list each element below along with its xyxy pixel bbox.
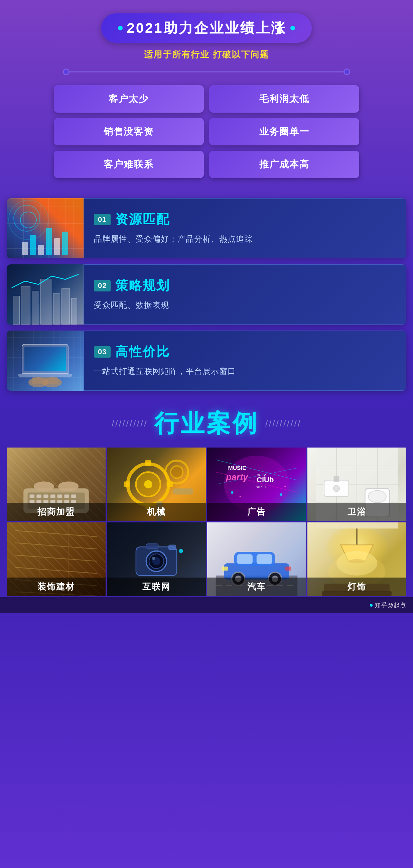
svg-text:party: party [226,472,249,482]
feature-desc-1: 品牌属性、受众偏好；产品分析、热点追踪 [94,232,396,245]
feature-desc-3: 一站式打通互联网矩阵，平台展示窗口 [94,365,396,378]
watermark-text: 知乎@起点 [375,601,406,609]
feature-number-2: 02 [94,280,110,291]
fake-chart-1 [7,198,84,258]
industry-label-zhuangshi: 装饰建材 [7,578,105,596]
industry-grid-row2: 装饰建材 [7,522,406,596]
feature-content-2: 02 策略规划 受众匹配、数据表现 [84,265,406,324]
feature-image-2 [7,265,84,324]
svg-rect-5 [30,495,35,498]
hero-title-pill: 2021助力企业业绩上涨 [101,13,311,43]
industry-section: ////////// 行业案例 ////////// [0,397,413,596]
feature-title-row-1: 01 资源匹配 [94,211,396,228]
watermark: 知乎@起点 [370,601,406,609]
problem-item-6: 推广成本高 [209,151,359,178]
watermark-dot [370,604,373,607]
hero-subtitle: 适用于所有行业 打破以下问题 [144,49,268,61]
svg-point-20 [58,481,78,491]
feature-title-row-2: 02 策略规划 [94,277,396,294]
industry-item-jixie: 机械 [107,447,206,521]
problem-item-5: 客户难联系 [54,151,204,178]
svg-rect-7 [43,495,49,498]
industry-label-weiyu: 卫浴 [308,503,406,521]
svg-point-69 [152,557,155,560]
feature-title-3: 高性价比 [115,343,170,360]
svg-point-42 [240,496,241,497]
svg-rect-11 [71,495,76,498]
industry-grid-row1: 招商加盟 [7,447,406,521]
svg-point-43 [280,493,282,496]
svg-rect-30 [173,488,193,494]
industry-label-qiche: 汽车 [207,578,306,596]
svg-rect-6 [36,495,41,498]
industry-label-jixie: 机械 [107,503,206,521]
feature-title-1: 资源匹配 [115,211,170,228]
industry-item-zhaoshang: 招商加盟 [7,447,105,521]
feature-row-3: 03 高性价比 一站式打通互联网矩阵，平台展示窗口 [7,331,406,391]
features-section: 01 资源匹配 品牌属性、受众偏好；产品分析、热点追踪 02 [0,188,413,397]
svg-line-58 [15,543,97,549]
svg-rect-70 [169,545,176,550]
svg-point-44 [284,486,286,487]
bottom-bar: 知乎@起点 [0,597,413,613]
industry-label-zhaoshang: 招商加盟 [7,503,105,521]
feature-title-row-3: 03 高性价比 [94,343,396,360]
hero-title: 2021助力企业业绩上涨 [127,19,286,37]
problem-item-3: 销售没客资 [54,118,204,145]
svg-rect-8 [51,495,56,498]
svg-point-41 [231,491,233,494]
feature-number-3: 03 [94,346,110,358]
hero-subtitle-highlight: 打破以下问题 [213,50,269,60]
feature-desc-2: 受众匹配、数据表现 [94,299,396,311]
industry-item-zhuangshi: 装饰建材 [7,522,105,596]
svg-text:PARTY: PARTY [255,485,267,489]
feature-content-1: 01 资源匹配 品牌属性、受众偏好；产品分析、热点追踪 [84,198,406,258]
svg-point-19 [34,481,54,491]
svg-text:MUSIC: MUSIC [228,465,246,471]
industry-item-guanggao: MUSIC party pally ClUb PARTY 广告 [207,447,306,521]
svg-rect-2 [32,377,59,384]
connector-line [63,68,351,75]
feature-content-3: 03 高性价比 一站式打通互联网矩阵，平台展示窗口 [84,331,406,391]
svg-point-29 [171,466,183,478]
svg-rect-10 [64,495,69,498]
hero-section: 2021助力企业业绩上涨 适用于所有行业 打破以下问题 客户太少 毛利润太低 销… [0,0,413,188]
industry-item-qiche: 汽车 [207,522,306,596]
connector-circle-left [63,68,69,75]
industry-label-dengshi: 灯饰 [308,578,406,596]
feature-row-2: 02 策略规划 受众匹配、数据表现 [7,265,406,324]
svg-text:ClUb: ClUb [257,475,274,484]
svg-rect-55 [333,476,339,482]
dot-right [290,26,295,30]
hands-svg [22,371,68,388]
connector-circle-right [344,68,350,75]
industry-item-weiyu: 卫浴 [308,447,406,521]
dot-left [118,26,123,30]
industry-label-hulianwang: 互联网 [107,578,206,596]
feature-title-2: 策略规划 [115,277,170,294]
feature-image-1 [7,198,84,258]
svg-rect-84 [285,566,291,570]
problem-item-2: 毛利润太低 [209,85,359,113]
svg-line-60 [15,567,97,573]
problem-item-4: 业务圈单一 [209,118,359,145]
svg-line-57 [15,530,97,536]
svg-rect-83 [222,566,228,570]
problem-grid: 客户太少 毛利润太低 销售没客资 业务圈单一 客户难联系 推广成本高 [54,85,359,178]
industry-item-dengshi: 灯饰 [308,522,406,596]
industry-title-row: ////////// 行业案例 ////////// [7,407,406,439]
svg-point-23 [144,480,152,488]
feature-image-3 [7,331,84,391]
svg-rect-77 [237,554,252,564]
svg-rect-86 [316,522,398,528]
svg-rect-78 [257,554,272,564]
chart-line-svg [10,271,80,291]
industry-item-hulianwang: 互联网 [107,522,206,596]
svg-point-72 [179,549,183,553]
svg-rect-9 [58,495,62,498]
problem-item-1: 客户太少 [54,85,204,113]
feature-number-1: 01 [94,214,110,225]
svg-point-53 [368,490,386,503]
slash-right: ////////// [265,418,301,429]
slash-left: ////////// [112,418,148,429]
